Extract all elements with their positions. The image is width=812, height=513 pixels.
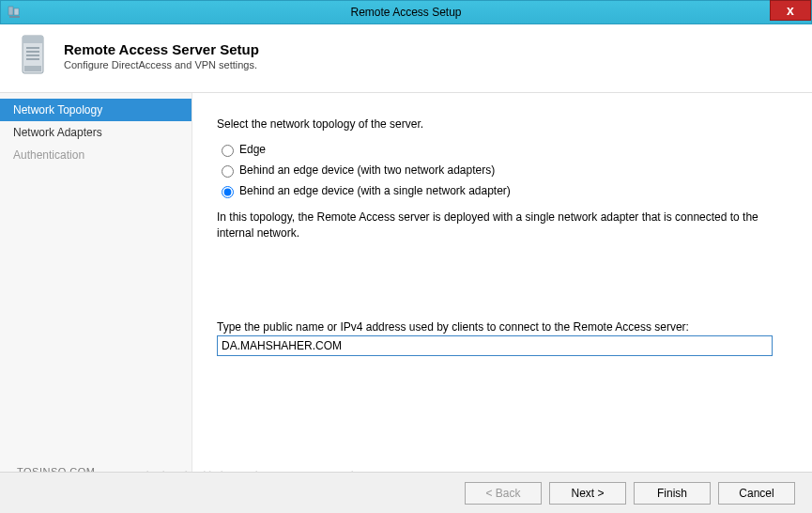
svg-rect-1 — [14, 8, 19, 15]
radio-label: Behind an edge device (with two network … — [239, 163, 495, 177]
sidebar-item-label: Network Topology — [13, 103, 102, 117]
topology-instruction: Select the network topology of the serve… — [217, 117, 780, 131]
svg-rect-2 — [9, 16, 20, 18]
radio-label: Edge — [239, 143, 266, 156]
titlebar: Remote Access Setup x — [0, 0, 812, 24]
close-button[interactable]: x — [770, 0, 811, 21]
sidebar-item-network-adapters[interactable]: Network Adapters — [0, 121, 192, 144]
next-button[interactable]: Next > — [549, 482, 626, 505]
svg-rect-9 — [24, 66, 41, 71]
wizard-content: Select the network topology of the serve… — [192, 93, 812, 479]
radio-edge-input[interactable] — [222, 145, 234, 157]
svg-rect-0 — [8, 7, 13, 15]
topology-description: In this topology, the Remote Access serv… — [217, 210, 780, 241]
sidebar-item-label: Authentication — [13, 148, 84, 162]
public-name-input[interactable] — [217, 335, 773, 356]
radio-edge[interactable]: Edge — [217, 142, 780, 157]
wizard-header: Remote Access Server Setup Configure Dir… — [0, 24, 812, 92]
cancel-button[interactable]: Cancel — [718, 482, 795, 505]
wizard-footer: < Back Next > Finish Cancel — [0, 472, 812, 513]
radio-behind-two-adapters[interactable]: Behind an edge device (with two network … — [217, 163, 780, 178]
finish-button[interactable]: Finish — [634, 482, 711, 505]
server-icon — [17, 32, 54, 79]
public-name-label: Type the public name or IPv4 address use… — [217, 320, 780, 334]
svg-rect-8 — [26, 58, 39, 60]
svg-rect-5 — [26, 47, 39, 49]
sidebar-item-network-topology[interactable]: Network Topology — [0, 99, 192, 121]
radio-behind-single-input[interactable] — [222, 186, 234, 198]
svg-rect-7 — [26, 54, 39, 56]
window-title: Remote Access Setup — [350, 6, 461, 19]
radio-behind-single-adapter[interactable]: Behind an edge device (with a single net… — [217, 183, 780, 198]
app-icon — [7, 5, 22, 20]
radio-behind-two-input[interactable] — [222, 165, 234, 178]
sidebar-item-authentication: Authentication — [0, 144, 192, 166]
page-subtitle: Configure DirectAccess and VPN settings. — [64, 59, 259, 70]
svg-rect-4 — [23, 36, 43, 43]
wizard-sidebar: Network Topology Network Adapters Authen… — [0, 93, 192, 479]
radio-label: Behind an edge device (with a single net… — [239, 184, 511, 197]
svg-rect-6 — [26, 51, 39, 53]
sidebar-item-label: Network Adapters — [13, 126, 102, 139]
page-title: Remote Access Server Setup — [64, 41, 259, 57]
back-button: < Back — [465, 482, 542, 505]
